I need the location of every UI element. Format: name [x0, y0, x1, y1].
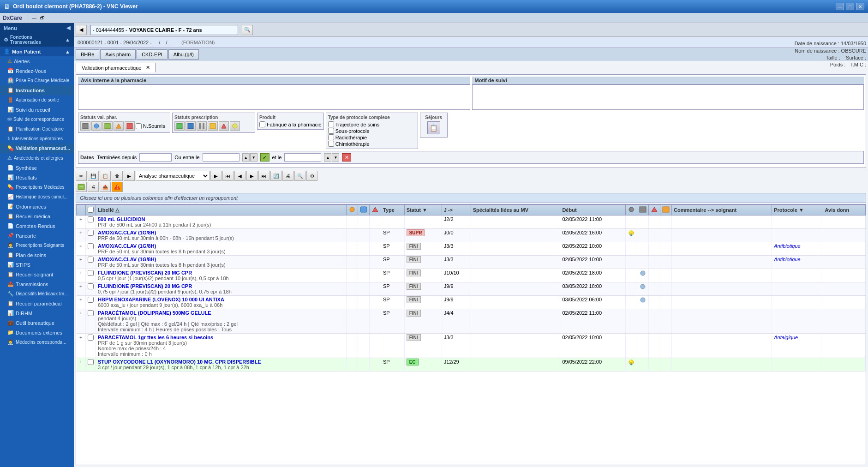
drug-name-link[interactable]: AMOX/AC.CLAV (1G/8H) [98, 257, 156, 262]
app-restore[interactable]: 🗗 [40, 15, 45, 20]
protocole-chimiotherapie-checkbox[interactable] [328, 141, 334, 147]
sidebar-item-documentsexternes[interactable]: 📁 Documents externes [0, 328, 74, 337]
validation-tab[interactable]: Validation pharmaceutique ✕ [76, 63, 156, 72]
sidebar-item-autorisationsortie[interactable]: 🚪 Autorisation de sortie [0, 95, 74, 105]
presc-print-btn[interactable]: 🖨 [282, 171, 293, 181]
row-checkbox[interactable] [88, 230, 94, 236]
sidebar-item-resultats[interactable]: 📊 Résultats [0, 173, 74, 182]
col-avis[interactable]: Avis donn [823, 205, 866, 216]
sidebar-item-instructions[interactable]: 📋 Instructions [0, 85, 74, 95]
col-type[interactable]: Type [381, 205, 404, 216]
tab-avispharm[interactable]: Avis pharm [100, 49, 136, 60]
sidebar-item-interventions[interactable]: ⚕ Interventions opératoires [0, 134, 74, 144]
drug-name-link[interactable]: AMOX/AC.CLAV (1G/8H) [98, 243, 156, 249]
statval-icon-2[interactable] [91, 121, 102, 131]
nav-back-button[interactable]: ◀ [76, 25, 87, 35]
sidebar-item-recueilparamedical[interactable]: 📋 Recueil paramédical [0, 299, 74, 308]
row-expand[interactable]: + [77, 358, 86, 371]
sidebar-item-rendezvous[interactable]: 📅 Rendez-Vous [0, 66, 74, 76]
select-all-checkbox[interactable] [88, 207, 94, 213]
protocole-sousprotocole-checkbox[interactable] [328, 128, 334, 134]
row-checkbox[interactable] [88, 335, 94, 341]
analyse-pharm-select[interactable]: Analyse pharmaceutique [136, 171, 210, 181]
row-check[interactable] [86, 269, 96, 282]
sejours-icon-btn[interactable]: 📋 [427, 121, 440, 134]
col-j[interactable]: J -> [442, 205, 471, 216]
drug-name-link[interactable]: STUP OXYCODONE L1 (OXYNORMORO) 10 MG, CP… [98, 359, 261, 365]
col-protocole[interactable]: Protocole ▼ [772, 205, 823, 216]
date-clear-btn[interactable]: ✕ [342, 153, 351, 162]
row-expand[interactable]: + [77, 269, 86, 282]
row-checkbox[interactable] [88, 283, 94, 289]
row-checkbox[interactable] [88, 243, 94, 249]
presc-save-btn[interactable]: 💾 [88, 171, 99, 181]
terminees-depuis-input[interactable] [139, 153, 172, 162]
minimize-button[interactable]: — [836, 3, 844, 10]
row-expand[interactable]: + [77, 309, 86, 334]
row-expand[interactable]: + [77, 256, 86, 269]
sidebar-item-medecinscorrespondants[interactable]: 👨‍⚕ Médecins corresponda... [0, 337, 74, 347]
drug-name-link[interactable]: FLUINDIONE (PREVISCAN) 20 MG CPR [98, 283, 192, 289]
drug-name-link[interactable]: HBPM ENOXAPARINE (LOVENOX) 10 000 UI ANT… [98, 297, 224, 302]
statpresc-icon-3[interactable] [197, 121, 207, 131]
sidebar-item-monpatient-header[interactable]: 👤 Mon Patient ▲ [0, 47, 74, 56]
sidebar-item-planificationop[interactable]: 📋 Planification Opératoire [0, 124, 74, 134]
presc-expand-btn[interactable]: ▶ [124, 171, 135, 181]
row-check[interactable] [86, 334, 96, 358]
presc-import-btn[interactable]: → [76, 182, 87, 192]
presc-alert-btn[interactable]: ! [112, 182, 123, 192]
sidebar-item-prescsoignants[interactable]: 👩‍⚕ Prescriptions Soignants [0, 240, 74, 250]
sidebar-item-historiquedoses[interactable]: 📈 Historique doses cumul... [0, 192, 74, 202]
row-expand[interactable]: + [77, 242, 86, 256]
avis-interne-input[interactable] [78, 84, 470, 110]
produit-fabrique-checkbox[interactable] [259, 121, 265, 127]
drug-name-link[interactable]: PARACÉTAMOL (DOLIPRANE) 500MG GELULE [98, 310, 211, 316]
row-checkbox[interactable] [88, 359, 94, 365]
drug-name-link[interactable]: AMOX/AC.CLAV (1G/8H) [98, 230, 156, 235]
col-commentaire[interactable]: Commentaire --> soignant [672, 205, 772, 216]
sidebar-item-plansoins[interactable]: 📋 Plan de soins [0, 250, 74, 260]
row-expand[interactable]: + [77, 282, 86, 296]
row-expand[interactable]: + [77, 216, 86, 229]
statval-icon-5[interactable] [125, 121, 135, 131]
presc-delete-btn[interactable]: 🗑 [112, 171, 123, 181]
sidebar-item-priseencharge[interactable]: 🏥 Prise En Charge Médicale [0, 76, 74, 85]
sidebar-item-dirhm[interactable]: 📊 DIRHM [0, 308, 74, 318]
statpresc-icon-4[interactable] [208, 121, 218, 131]
close-button[interactable]: ✕ [856, 3, 864, 10]
row-check[interactable] [86, 256, 96, 269]
drug-name-link[interactable]: FLUINDIONE (PREVISCAN) 20 MG CPR [98, 270, 192, 275]
sidebar-item-validation[interactable]: 💊 Validation pharmaceuti... [0, 144, 74, 153]
statpresc-icon-1[interactable] [174, 121, 185, 131]
presc-config-btn[interactable]: ⚙ [306, 171, 317, 181]
motif-suivi-input[interactable] [472, 84, 864, 110]
datefin-up-btn[interactable]: ▲ [324, 153, 331, 162]
drug-name-link[interactable]: PARACETAMOL 1gr ttes les 6 heures si bes… [98, 335, 213, 340]
presc-export-btn[interactable]: 📤 [100, 182, 111, 192]
sidebar-item-comptesrendus[interactable]: 📄 Comptes-Rendus [0, 221, 74, 231]
produit-fabrique-label[interactable]: Fabriqué à la pharmacie [259, 121, 322, 127]
search-patient-button[interactable]: 🔍 [242, 25, 253, 35]
sidebar-item-prescriptions[interactable]: 💊 Prescriptions Médicales [0, 182, 74, 192]
row-check[interactable] [86, 358, 96, 371]
presc-refresh-btn[interactable]: 🔄 [270, 171, 281, 181]
row-checkbox[interactable] [88, 216, 94, 222]
col-statut[interactable]: Statut ▼ [404, 205, 442, 216]
sidebar-item-antecedents[interactable]: ⚠ Antécédents et allergies [0, 153, 74, 163]
maximize-button[interactable]: □ [846, 3, 854, 10]
validation-tab-close[interactable]: ✕ [146, 65, 150, 71]
sidebar-item-transmissions[interactable]: 📤 Transmissions [0, 279, 74, 289]
sidebar-item-ordonnances[interactable]: 📝 Ordonnances [0, 202, 74, 211]
row-checkbox[interactable] [88, 297, 94, 303]
protocole-trajectoire-label[interactable]: Trajectoire de soins [328, 121, 416, 127]
tab-albu[interactable]: Albu.(g/l) [168, 49, 199, 60]
sidebar-item-stips[interactable]: 📊 STIPS [0, 260, 74, 269]
presc-last-btn[interactable]: ⏭ [258, 171, 269, 181]
date-validate-btn[interactable]: ✓ [260, 153, 269, 162]
col-debut[interactable]: Début [560, 205, 626, 216]
row-check[interactable] [86, 229, 96, 242]
protocole-sousprotocole-label[interactable]: Sous-protocole [328, 128, 416, 134]
statpresc-icon-6[interactable] [230, 121, 240, 131]
row-check[interactable] [86, 296, 96, 309]
sidebar-item-suivirecueil[interactable]: 📊 Suivi du recueil [0, 105, 74, 114]
